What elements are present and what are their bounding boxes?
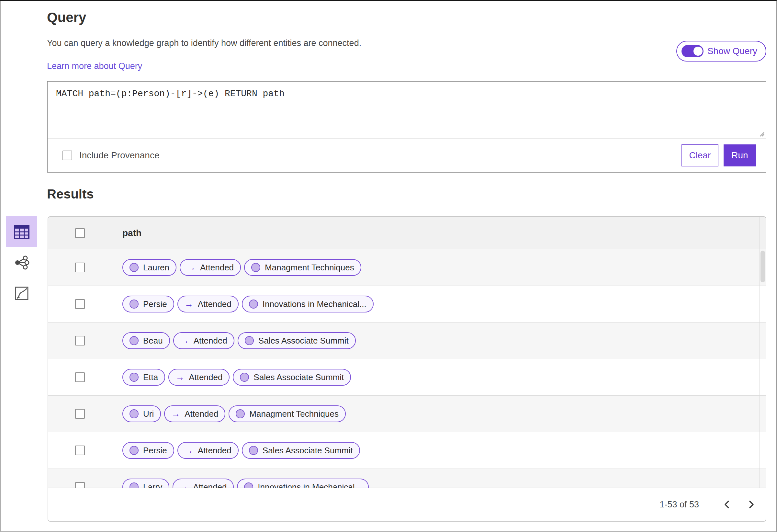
node-circle-icon [129, 336, 138, 345]
node-label: Managment Techniques [249, 409, 339, 419]
row-checkbox[interactable] [75, 482, 85, 488]
edge-label: Attended [185, 409, 218, 419]
node-pill[interactable]: Etta [122, 369, 165, 386]
node-circle-icon [236, 409, 245, 418]
column-header-path: path [112, 228, 766, 238]
path-cell: Larry → Attended Innovations in Mechanic… [112, 478, 766, 488]
scrollbar-thumb[interactable] [761, 251, 765, 282]
run-button[interactable]: Run [724, 144, 756, 167]
resize-handle-icon[interactable] [758, 130, 765, 137]
chart-icon [15, 287, 28, 300]
path-cell: Beau → Attended Sales Associate Summit [112, 332, 766, 349]
node-label: Innovations in Mechanical... [262, 299, 366, 309]
node-pill[interactable]: Beau [122, 332, 170, 349]
node-circle-icon [129, 373, 138, 382]
node-pill[interactable]: Larry [122, 478, 169, 488]
node-pill[interactable]: Persie [122, 442, 174, 459]
table-header-row: path [48, 217, 766, 249]
row-checkbox[interactable] [75, 336, 85, 345]
row-checkbox[interactable] [75, 299, 85, 309]
node-label: Etta [143, 373, 158, 383]
node-pill[interactable]: Innovations in Mechanical... [237, 478, 369, 488]
node-pill[interactable]: Sales Associate Summit [238, 332, 356, 349]
edge-pill[interactable]: → Attended [169, 369, 230, 386]
page-title: Query [47, 10, 776, 25]
include-provenance-checkbox[interactable] [63, 150, 72, 160]
tab-chart-view[interactable] [6, 278, 37, 309]
node-label: Persie [143, 445, 167, 455]
edge-label: Attended [198, 445, 231, 455]
node-circle-icon [129, 483, 138, 488]
show-query-label: Show Query [707, 46, 757, 56]
node-circle-icon [249, 300, 258, 309]
header-checkbox-cell [48, 217, 112, 249]
show-query-toggle[interactable]: Show Query [676, 41, 766, 62]
pagination-next-button[interactable] [744, 497, 759, 512]
results-section: path Lauren → Attended Managment Techniq… [6, 216, 766, 522]
tab-table-view[interactable] [6, 216, 37, 247]
arrow-right-icon: → [180, 482, 189, 488]
node-circle-icon [129, 300, 138, 309]
table-rows: Lauren → Attended Managment Techniques P… [48, 249, 766, 488]
network-icon [14, 255, 29, 270]
pagination-prev-button[interactable] [719, 497, 735, 512]
node-pill[interactable]: Managment Techniques [244, 259, 361, 276]
row-checkbox-cell [48, 359, 112, 395]
node-pill[interactable]: Innovations in Mechanical... [242, 296, 373, 312]
arrow-right-icon: → [187, 262, 196, 273]
node-label: Sales Associate Summit [253, 373, 344, 383]
edge-label: Attended [193, 482, 227, 488]
table-row: Persie → Attended Innovations in Mechani… [48, 286, 766, 322]
table-row: Lauren → Attended Managment Techniques [48, 249, 766, 286]
select-all-checkbox[interactable] [75, 228, 85, 238]
toggle-on-icon[interactable] [681, 45, 703, 57]
clear-button[interactable]: Clear [681, 144, 718, 167]
query-page: Query You can query a knowledge graph to… [0, 0, 777, 532]
node-pill[interactable]: Lauren [122, 259, 177, 276]
row-checkbox[interactable] [75, 445, 85, 455]
row-checkbox[interactable] [75, 373, 85, 382]
edge-pill[interactable]: → Attended [180, 259, 241, 276]
learn-more-link[interactable]: Learn more about Query [47, 61, 142, 71]
node-pill[interactable]: Persie [122, 296, 174, 312]
path-cell: Uri → Attended Managment Techniques [112, 405, 766, 422]
node-circle-icon [244, 483, 253, 488]
pagination-range: 1-53 of 53 [659, 500, 699, 510]
edge-pill[interactable]: → Attended [173, 478, 234, 488]
chevron-right-icon [748, 500, 755, 509]
edge-pill[interactable]: → Attended [178, 442, 239, 459]
node-pill[interactable]: Sales Associate Summit [233, 369, 351, 386]
row-checkbox-cell [48, 396, 112, 432]
arrow-right-icon: → [176, 373, 184, 383]
query-input[interactable]: MATCH path=(p:Person)-[r]->(e) RETURN pa… [47, 82, 766, 138]
include-provenance-option: Include Provenance [63, 150, 159, 161]
node-pill[interactable]: Sales Associate Summit [242, 442, 360, 459]
node-label: Beau [143, 336, 163, 346]
query-input-wrap: MATCH path=(p:Person)-[r]->(e) RETURN pa… [47, 82, 766, 138]
path-cell: Etta → Attended Sales Associate Summit [112, 369, 766, 386]
arrow-right-icon: → [185, 445, 193, 455]
node-label: Innovations in Mechanical... [258, 482, 362, 488]
query-editor-panel: MATCH path=(p:Person)-[r]->(e) RETURN pa… [47, 81, 766, 173]
table-icon [14, 224, 30, 239]
edge-pill[interactable]: → Attended [173, 332, 234, 349]
node-pill[interactable]: Managment Techniques [229, 405, 346, 422]
row-checkbox[interactable] [75, 409, 85, 419]
node-label: Sales Associate Summit [258, 336, 349, 346]
node-circle-icon [129, 409, 138, 418]
edge-pill[interactable]: → Attended [178, 296, 239, 312]
table-row: Beau → Attended Sales Associate Summit [48, 322, 766, 359]
table-row: Persie → Attended Sales Associate Summit [48, 432, 766, 469]
node-label: Managment Techniques [265, 262, 354, 273]
page-description: You can query a knowledge graph to ident… [47, 38, 361, 48]
edge-label: Attended [194, 336, 227, 346]
row-checkbox[interactable] [75, 262, 85, 272]
node-label: Sales Associate Summit [262, 445, 353, 455]
node-pill[interactable]: Uri [122, 405, 161, 422]
table-footer: 1-53 of 53 [48, 488, 766, 521]
node-circle-icon [240, 373, 249, 382]
table-row: Uri → Attended Managment Techniques [48, 396, 766, 432]
edge-pill[interactable]: → Attended [164, 405, 225, 422]
tab-network-view[interactable] [6, 247, 37, 278]
edge-label: Attended [198, 299, 231, 309]
